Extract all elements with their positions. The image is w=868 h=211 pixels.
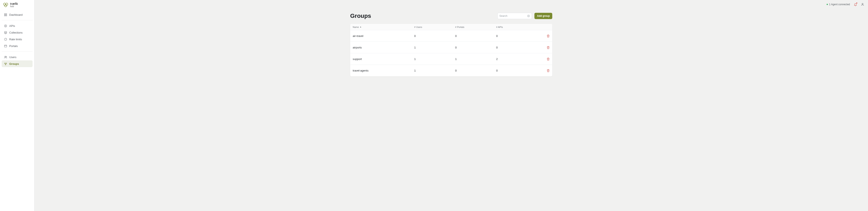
- column-users[interactable]: # Users: [414, 26, 455, 28]
- search-input[interactable]: [499, 14, 527, 17]
- page-title: Groups: [350, 12, 371, 19]
- cell-portals: 1: [455, 58, 496, 61]
- grid-icon: [4, 13, 7, 16]
- table-row[interactable]: airports100: [350, 42, 552, 53]
- nav-apis[interactable]: APIs: [2, 23, 33, 29]
- add-group-button[interactable]: Add group: [534, 13, 552, 19]
- svg-rect-11: [4, 45, 6, 47]
- agent-status[interactable]: 1 Agent connected: [827, 3, 850, 6]
- delete-button[interactable]: [547, 46, 550, 49]
- delete-button[interactable]: [547, 58, 550, 61]
- nav-label: Rate limits: [9, 38, 22, 41]
- nav-users[interactable]: Users: [2, 54, 33, 60]
- page-header: Groups Add group: [350, 12, 552, 19]
- sidebar: træfik hub Dashboard APIs Collections: [0, 0, 34, 211]
- brand-logo-icon: [3, 2, 9, 7]
- cell-portals: 0: [455, 69, 496, 72]
- svg-point-14: [6, 56, 6, 57]
- svg-point-7: [4, 25, 6, 27]
- clear-search-icon[interactable]: [527, 14, 530, 17]
- table-body: air-travel000airports100support112travel…: [350, 30, 552, 76]
- cell-apis: 0: [496, 34, 537, 38]
- column-label: # APIs: [496, 26, 503, 28]
- brand-name: træfik hub: [10, 2, 18, 7]
- cell-users: 1: [414, 69, 455, 72]
- nav-label: Groups: [9, 62, 19, 65]
- svg-point-16: [6, 63, 6, 64]
- window-icon: [4, 44, 7, 47]
- content: Groups Add group Name ▲: [34, 9, 868, 211]
- trash-icon: [547, 34, 550, 38]
- column-apis[interactable]: # APIs: [496, 26, 537, 28]
- column-label: # Users: [414, 26, 422, 28]
- user-icon: [861, 3, 864, 6]
- agent-status-text: 1 Agent connected: [829, 3, 850, 6]
- notifications-button[interactable]: [854, 3, 857, 6]
- cell-portals: 0: [455, 46, 496, 49]
- nav-label: APIs: [9, 24, 15, 28]
- svg-point-15: [4, 63, 5, 64]
- column-name[interactable]: Name ▲: [353, 26, 414, 28]
- layers-icon: [4, 31, 7, 34]
- table-row[interactable]: travel-agents100: [350, 65, 552, 76]
- trash-icon: [547, 58, 550, 61]
- nav-label: Collections: [9, 31, 23, 34]
- nav-collections[interactable]: Collections: [2, 29, 33, 36]
- svg-point-18: [862, 3, 863, 4]
- delete-button[interactable]: [547, 69, 550, 72]
- table-row[interactable]: air-travel000: [350, 30, 552, 42]
- nav-label: Users: [9, 56, 17, 59]
- trash-icon: [547, 46, 550, 49]
- search-field[interactable]: [497, 13, 532, 19]
- cell-users: 0: [414, 34, 455, 38]
- svg-point-13: [5, 56, 6, 57]
- gauge-icon: [4, 38, 7, 41]
- cell-users: 1: [414, 58, 455, 61]
- notification-badge-icon: [856, 2, 857, 4]
- trash-icon: [547, 69, 550, 72]
- cell-name: travel-agents: [353, 69, 414, 72]
- cell-apis: 2: [496, 58, 537, 61]
- svg-rect-5: [4, 15, 5, 16]
- nav-rate-limits[interactable]: Rate limits: [2, 36, 33, 43]
- column-label: # Portals: [455, 26, 464, 28]
- svg-rect-3: [4, 13, 5, 14]
- groups-table: Name ▲ # Users # Portals # APIs air-trav…: [350, 24, 552, 76]
- table-row[interactable]: support112: [350, 53, 552, 65]
- nav-groups[interactable]: Groups: [2, 60, 33, 67]
- cell-name: air-travel: [353, 34, 414, 38]
- api-icon: [4, 24, 7, 28]
- nav-portals[interactable]: Portals: [2, 43, 33, 49]
- brand: træfik hub: [0, 0, 34, 10]
- cell-apis: 0: [496, 46, 537, 49]
- column-label: Name: [353, 26, 359, 28]
- svg-rect-6: [6, 15, 6, 16]
- cell-portals: 0: [455, 34, 496, 38]
- svg-point-17: [5, 64, 6, 65]
- cell-apis: 0: [496, 69, 537, 72]
- nav-dashboard[interactable]: Dashboard: [2, 11, 33, 18]
- nav-label: Portals: [9, 44, 18, 47]
- table-header: Name ▲ # Users # Portals # APIs: [350, 24, 552, 30]
- status-dot-icon: [827, 4, 828, 5]
- account-button[interactable]: [861, 3, 864, 6]
- nav-label: Dashboard: [9, 13, 23, 16]
- svg-marker-9: [4, 31, 7, 33]
- cell-name: airports: [353, 46, 414, 49]
- cell-users: 1: [414, 46, 455, 49]
- main: 1 Agent connected Groups: [34, 0, 868, 211]
- topbar: 1 Agent connected: [34, 0, 868, 9]
- delete-button[interactable]: [547, 34, 550, 38]
- svg-point-8: [5, 25, 6, 26]
- column-portals[interactable]: # Portals: [455, 26, 496, 28]
- users-icon: [4, 56, 7, 59]
- cell-name: support: [353, 58, 414, 61]
- svg-rect-4: [6, 13, 6, 14]
- groups-icon: [4, 62, 7, 65]
- sort-ascending-icon: ▲: [360, 26, 362, 28]
